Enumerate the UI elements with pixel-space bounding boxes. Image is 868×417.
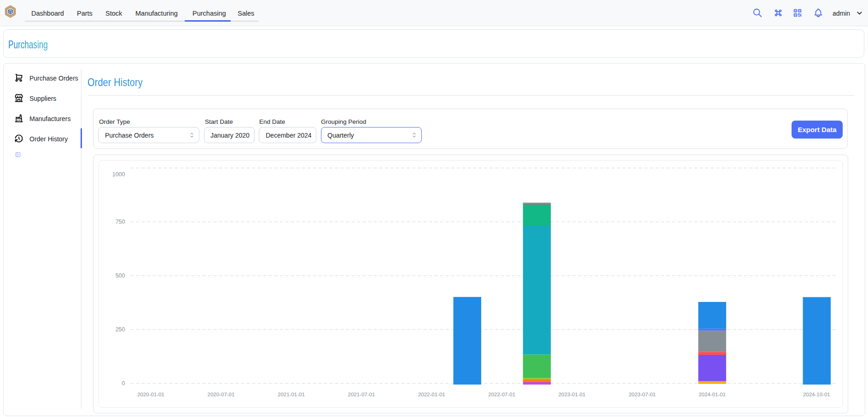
svg-text:2022-07-01: 2022-07-01 [488,392,515,397]
svg-text:2023-01-01: 2023-01-01 [559,392,586,397]
svg-text:500: 500 [116,272,125,279]
svg-text:2020-01-01: 2020-01-01 [137,392,164,397]
svg-text:2020-07-01: 2020-07-01 [208,392,235,397]
svg-text:1000: 1000 [112,171,125,178]
svg-text:750: 750 [116,219,125,225]
svg-text:2024-01-01: 2024-01-01 [699,392,726,397]
svg-text:0: 0 [122,380,125,387]
svg-text:2024-10-01: 2024-10-01 [803,392,830,397]
svg-text:2021-07-01: 2021-07-01 [348,392,375,397]
svg-text:250: 250 [116,326,125,333]
svg-text:2023-07-01: 2023-07-01 [629,392,656,397]
svg-text:2021-01-01: 2021-01-01 [278,392,305,397]
svg-text:2022-01-01: 2022-01-01 [418,392,445,397]
